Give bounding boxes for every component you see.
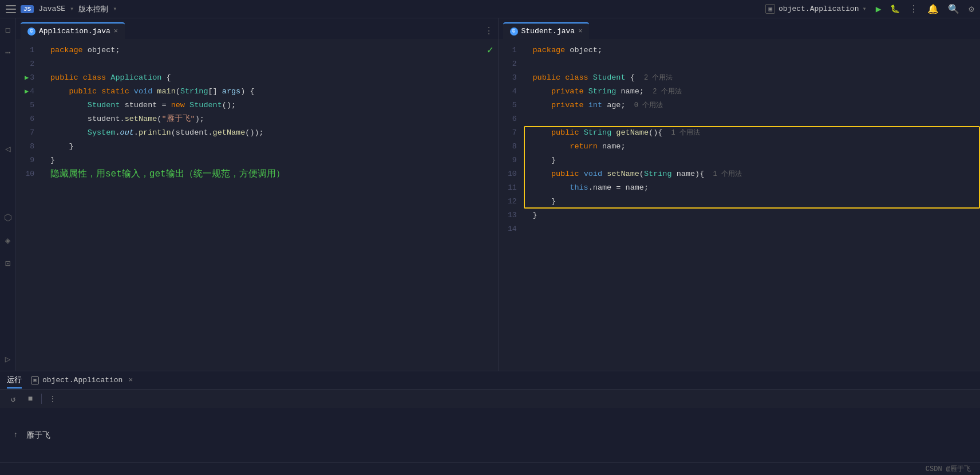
notification-icon[interactable]: 🔔 [927, 3, 939, 15]
code-line-r4: private String name; 2 个用法 [533, 85, 971, 99]
rln-3: 3 [499, 71, 517, 85]
tab-student-java[interactable]: © Student.java × [503, 22, 590, 39]
menu-icon[interactable] [6, 5, 16, 13]
language-chevron: ▾ [70, 5, 74, 13]
sidebar-icon-6[interactable]: ⊡ [2, 258, 14, 269]
code-line-l5: Student student = new Student(); [50, 99, 489, 112]
left-code-content[interactable]: package object; public class Application… [41, 39, 498, 371]
run-tab-icon: ▣ [31, 376, 39, 384]
rln-10: 10 [499, 167, 517, 181]
code-line-l3: public class Application { [50, 71, 489, 85]
code-line-r5: private int age; 0 个用法 [533, 99, 971, 112]
stop-btn[interactable]: ■ [24, 392, 37, 405]
code-line-l9: } [50, 154, 489, 167]
sidebar-icon-3[interactable]: ◁ [2, 143, 14, 155]
right-line-numbers: 1 2 3 4 5 6 7 8 9 10 11 12 13 14 [499, 39, 524, 371]
sidebar-icon-1[interactable]: ◻ [2, 24, 14, 36]
run-button[interactable]: ▶ [876, 3, 882, 15]
language-dropdown[interactable]: JavaSE [38, 5, 65, 13]
search-icon[interactable]: 🔍 [948, 3, 959, 15]
code-line-r9: } [533, 154, 971, 167]
run-tab[interactable]: 运行 [7, 372, 22, 388]
code-line-r3: public class Student { 2 个用法 [533, 71, 971, 85]
ln-6: 6 [16, 112, 34, 126]
left-editor-pane: © Application.java × ⋮ ✓ 1 2 ▶3 ▶4 5 6 7… [16, 18, 499, 371]
code-line-r2 [533, 57, 971, 71]
run-config-label: object.Application [779, 5, 859, 13]
checkmark-icon: ✓ [487, 44, 493, 56]
right-code-content[interactable]: package object; public class Student { 2… [524, 39, 981, 371]
bottom-panel: 运行 ▣ object.Application × ↺ ■ ⋮ ↑ 雁于飞 [0, 371, 980, 462]
left-tab-bar: © Application.java × ⋮ [16, 18, 498, 39]
rln-9: 9 [499, 154, 517, 167]
js-badge: JS [21, 5, 34, 13]
toolbar-sep [41, 394, 42, 404]
settings-icon[interactable]: ⚙ [969, 3, 974, 15]
right-editor-pane: © Student.java × 1 2 3 4 5 6 7 8 [499, 18, 981, 371]
ln-5: 5 [16, 99, 34, 112]
code-line-r1: package object; [533, 44, 971, 57]
main-area: ◻ ⋯ ◁ ⬡ ◈ ⊡ ▷ © Application.java × ⋮ ✓ 1 [0, 18, 980, 371]
bottom-toolbar: ↺ ■ ⋮ [0, 390, 980, 408]
debug-button[interactable]: 🐛 [890, 4, 900, 14]
left-code-area: ✓ 1 2 ▶3 ▶4 5 6 7 8 9 10 [16, 39, 498, 371]
top-bar-right: ▣ object.Application ▾ ▶ 🐛 ⋮ 🔔 🔍 ⚙ [765, 3, 974, 15]
run-config: ▣ object.Application ▾ [765, 4, 866, 14]
version-chevron: ▾ [113, 5, 117, 13]
left-line-numbers: 1 2 ▶3 ▶4 5 6 7 8 9 10 [16, 39, 41, 371]
run-tab-config: object.Application [42, 376, 122, 384]
code-line-r8: return name; [533, 140, 971, 154]
code-line-r10: public void setName(String name){ 1 个用法 [533, 167, 971, 181]
ln-1: 1 [16, 44, 34, 57]
ln-2: 2 [16, 57, 34, 71]
version-control[interactable]: 版本控制 [78, 4, 108, 14]
code-line-l10: 隐藏属性，用set输入，get输出（统一规范，方便调用） [50, 167, 489, 181]
status-bar: CSDN @雁于飞 [0, 462, 980, 475]
code-line-r6 [533, 112, 971, 126]
top-bar-left: JS JavaSE ▾ 版本控制 ▾ [6, 4, 117, 14]
restart-btn[interactable]: ↺ [7, 392, 19, 405]
code-line-r7: public String getName(){ 1 个用法 [533, 126, 971, 140]
top-bar: JS JavaSE ▾ 版本控制 ▾ ▣ object.Application … [0, 0, 980, 18]
ln-9: 9 [16, 154, 34, 167]
right-code-area: 1 2 3 4 5 6 7 8 9 10 11 12 13 14 [499, 39, 981, 371]
code-line-r13: } [533, 209, 971, 222]
rln-4: 4 [499, 85, 517, 99]
rln-14: 14 [499, 222, 517, 236]
bottom-tabs: 运行 ▣ object.Application × [0, 371, 980, 390]
csdn-watermark: CSDN @雁于飞 [926, 464, 971, 474]
rln-11: 11 [499, 181, 517, 195]
tab-more-left[interactable]: ⋮ [484, 25, 493, 39]
ln-8: 8 [16, 140, 34, 154]
tab-filename-student: Student.java [521, 27, 575, 36]
tab-icon-student: © [510, 28, 518, 36]
rln-13: 13 [499, 209, 517, 222]
annotation-text: 隐藏属性，用set输入，get输出（统一规范，方便调用） [50, 167, 285, 181]
sidebar-icon-4[interactable]: ⬡ [2, 212, 14, 223]
code-line-l4: public static void main(String[] args) { [50, 85, 489, 99]
ln-4: ▶4 [16, 85, 34, 99]
tab-icon-application: © [27, 28, 35, 36]
rln-2: 2 [499, 57, 517, 71]
rln-5: 5 [499, 99, 517, 112]
tab-close-application[interactable]: × [114, 28, 118, 36]
tab-close-student[interactable]: × [578, 28, 582, 36]
more-options[interactable]: ⋮ [909, 3, 918, 15]
right-tab-bar: © Student.java × [499, 18, 981, 39]
code-line-l2 [50, 57, 489, 71]
code-line-l8: } [50, 140, 489, 154]
code-line-l6: student.setName("雁于飞"); [50, 112, 489, 126]
sidebar-icon-5[interactable]: ◈ [2, 235, 14, 246]
sidebar-icon-2[interactable]: ⋯ [2, 47, 14, 58]
run-tab-close[interactable]: × [128, 376, 133, 384]
console-output: ↑ 雁于飞 [0, 408, 980, 462]
sidebar: ◻ ⋯ ◁ ⬡ ◈ ⊡ ▷ [0, 18, 16, 371]
code-line-l7: System.out.println(student.getName()); [50, 126, 489, 140]
sidebar-icon-7[interactable]: ▷ [2, 354, 14, 365]
ln-7: 7 [16, 126, 34, 140]
run-tab-item[interactable]: ▣ object.Application × [31, 376, 133, 384]
more-tool-btn[interactable]: ⋮ [46, 392, 59, 405]
code-line-r12: } [533, 195, 971, 209]
tab-application-java[interactable]: © Application.java × [21, 22, 125, 39]
up-arrow-btn[interactable]: ↑ [9, 429, 22, 442]
